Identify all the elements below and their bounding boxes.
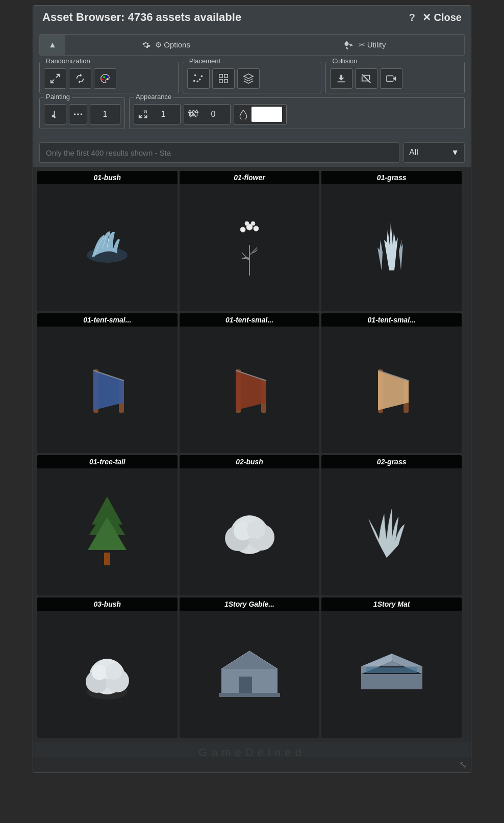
grass-02-thumb bbox=[359, 499, 425, 565]
list-item[interactable]: 01-tent-smal... bbox=[180, 313, 320, 454]
list-item[interactable]: 02-bush bbox=[180, 455, 320, 595]
mat-thumb bbox=[356, 646, 427, 702]
list-item[interactable]: 1Story Mat bbox=[321, 597, 462, 738]
randomization-buttons bbox=[44, 68, 174, 89]
svg-marker-17 bbox=[393, 76, 396, 81]
scale-icon bbox=[49, 73, 61, 84]
svg-rect-16 bbox=[387, 76, 393, 82]
watermark-text: GameDeined bbox=[198, 746, 306, 759]
list-item[interactable]: 01-tent-smal... bbox=[37, 313, 178, 454]
tent-smal-02-thumb bbox=[216, 359, 283, 420]
asset-thumbnail bbox=[321, 327, 462, 454]
title-bar-controls: ? ✕ Close bbox=[409, 11, 462, 23]
painting-label: Painting bbox=[44, 93, 72, 101]
appearance-buttons: 1 0 bbox=[134, 104, 460, 124]
asset-thumbnail bbox=[37, 611, 178, 738]
painting-value-input[interactable]: 1 bbox=[90, 104, 120, 124]
asset-name: 1Story Gable... bbox=[180, 597, 320, 611]
painting-group: Painting 1 bbox=[39, 97, 125, 129]
list-item[interactable]: 01-tree-tall bbox=[37, 455, 178, 595]
randomization-label: Randomization bbox=[44, 57, 92, 65]
flower-01-thumb bbox=[221, 214, 278, 281]
placement-group: Placement bbox=[183, 62, 322, 93]
asset-name: 01-tent-smal... bbox=[180, 313, 320, 327]
asset-name: 01-flower bbox=[180, 171, 320, 184]
svg-line-1 bbox=[51, 80, 54, 83]
svg-point-58 bbox=[92, 665, 107, 680]
list-item[interactable]: 02-grass bbox=[321, 455, 462, 595]
snap-icon bbox=[243, 73, 254, 84]
close-button[interactable]: ✕ Close bbox=[422, 11, 462, 23]
appearance-angle-input[interactable]: 0 bbox=[200, 104, 226, 124]
randomization-group: Randomization bbox=[39, 62, 179, 93]
list-item[interactable]: 01-grass bbox=[321, 171, 462, 311]
filter-dropdown[interactable]: All ▼ bbox=[404, 142, 465, 163]
svg-rect-62 bbox=[239, 677, 252, 694]
placement-scatter-button[interactable] bbox=[187, 68, 210, 89]
list-item[interactable]: 01-bush bbox=[37, 171, 178, 311]
svg-rect-13 bbox=[219, 80, 222, 83]
dots-button[interactable] bbox=[69, 104, 87, 124]
placement-grid-button[interactable] bbox=[212, 68, 235, 89]
color-swatch[interactable] bbox=[251, 107, 282, 122]
random-scale-button[interactable] bbox=[44, 68, 66, 89]
dots-icon bbox=[72, 109, 84, 120]
appearance-color-item[interactable] bbox=[234, 104, 287, 124]
list-item[interactable]: 1Story Gable... bbox=[180, 597, 320, 738]
droplet-icon bbox=[238, 109, 248, 119]
collision-group: Collision bbox=[325, 62, 465, 93]
svg-rect-12 bbox=[224, 74, 228, 78]
chevron-down-icon: ▼ bbox=[451, 148, 459, 157]
svg-marker-60 bbox=[221, 651, 278, 669]
svg-point-7 bbox=[200, 76, 203, 78]
list-item[interactable]: 01-flower bbox=[180, 171, 320, 311]
appearance-group: Appearance 1 0 bbox=[129, 97, 465, 129]
asset-thumbnail bbox=[180, 184, 320, 311]
asset-name: 02-bush bbox=[180, 455, 320, 468]
svg-point-18 bbox=[74, 113, 76, 115]
collision-download-button[interactable] bbox=[330, 68, 352, 89]
random-color-button[interactable] bbox=[94, 68, 116, 89]
asset-name: 01-tree-tall bbox=[37, 455, 178, 468]
svg-point-8 bbox=[196, 81, 198, 83]
list-item[interactable]: 01-tent-smal... bbox=[321, 313, 462, 454]
svg-rect-42 bbox=[104, 553, 110, 565]
help-button[interactable]: ? bbox=[409, 12, 415, 23]
nocam-icon bbox=[361, 73, 372, 84]
asset-name: 1Story Mat bbox=[321, 597, 462, 611]
asset-thumbnail bbox=[180, 327, 320, 454]
svg-marker-70 bbox=[366, 667, 417, 673]
asset-name: 01-bush bbox=[37, 171, 178, 184]
scissors-icon bbox=[343, 39, 356, 51]
collision-nocam-button[interactable] bbox=[355, 68, 377, 89]
tent-smal-03-thumb bbox=[359, 359, 425, 420]
svg-point-29 bbox=[251, 221, 255, 226]
svg-point-2 bbox=[102, 79, 104, 81]
appearance-scale-input[interactable]: 1 bbox=[150, 104, 176, 124]
collision-label: Collision bbox=[330, 57, 359, 65]
svg-point-26 bbox=[240, 227, 245, 232]
asset-name: 01-grass bbox=[321, 171, 462, 184]
toolbar-tabs: ▲ ⚙ Options ✂ Utility bbox=[39, 34, 465, 56]
rotate-icon bbox=[74, 73, 86, 84]
svg-point-52 bbox=[247, 520, 265, 539]
collision-video-button[interactable] bbox=[380, 68, 402, 89]
svg-point-59 bbox=[106, 663, 122, 680]
tree-tall-01-thumb bbox=[82, 494, 133, 570]
watermark-area: GameDeined bbox=[33, 742, 471, 757]
painting-appearance-row: Painting 1 Appearance bbox=[39, 97, 465, 129]
brush-button[interactable] bbox=[44, 104, 66, 124]
asset-thumbnail bbox=[321, 468, 462, 595]
search-input[interactable] bbox=[39, 142, 399, 163]
tab-collapse[interactable]: ▲ bbox=[40, 35, 65, 55]
palette-icon bbox=[99, 73, 111, 84]
placement-snap-button[interactable] bbox=[237, 68, 260, 89]
tab-utility[interactable]: ✂ Utility bbox=[265, 35, 464, 55]
asset-browser-window: Asset Browser: 4736 assets available ? ✕… bbox=[33, 5, 471, 773]
list-item[interactable]: 03-bush bbox=[37, 597, 178, 738]
video-icon bbox=[386, 73, 397, 84]
tab-options[interactable]: ⚙ Options bbox=[65, 35, 265, 55]
resize-icon[interactable]: ⤡ bbox=[459, 759, 467, 770]
random-rotate-button[interactable] bbox=[69, 68, 91, 89]
grass-01-thumb bbox=[361, 214, 422, 281]
